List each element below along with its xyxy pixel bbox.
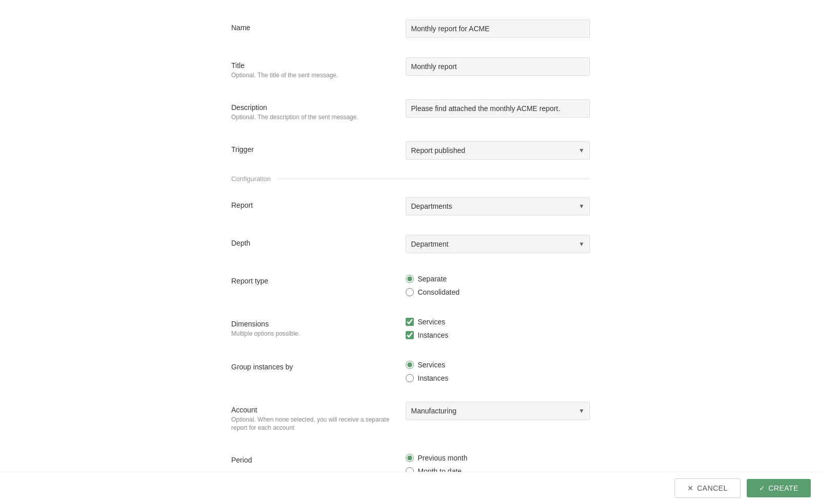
dimensions-services-label: Services [418,318,446,326]
dimensions-instances-item[interactable]: Instances [406,331,590,339]
x-icon: ✕ [687,484,694,492]
account-select-wrapper: Manufacturing Development Sales ▼ [406,402,590,420]
page-wrapper: Name Title Optional. The title of the se… [0,0,821,504]
create-label: CREATE [768,484,798,492]
report-type-input-col: Separate Consolidated [406,273,590,296]
account-label: Account [231,406,395,414]
report-type-consolidated-item[interactable]: Consolidated [406,288,590,296]
account-sublabel: Optional. When none selected, you will r… [231,415,395,433]
dimensions-services-checkbox[interactable] [406,318,414,326]
account-row: Account Optional. When none selected, yo… [231,398,590,437]
title-label: Title [231,61,395,70]
group-instances-option-label: Instances [418,374,449,382]
group-instances-label-col: Group instances by [231,359,406,371]
description-input-col [406,99,590,118]
report-type-separate-item[interactable]: Separate [406,275,590,283]
report-type-consolidated-label: Consolidated [418,288,460,296]
title-label-col: Title Optional. The title of the sent me… [231,57,406,80]
name-label: Name [231,24,395,32]
group-instances-input-col: Services Instances [406,359,590,382]
report-label: Report [231,201,395,209]
dimensions-label-col: Dimensions Multiple options possible. [231,316,406,338]
report-type-separate-radio[interactable] [406,275,414,283]
check-icon: ✓ [759,484,766,492]
name-label-col: Name [231,19,406,32]
description-input[interactable] [406,99,590,118]
account-select[interactable]: Manufacturing Development Sales [406,402,590,420]
description-label: Description [231,103,395,112]
depth-select-wrapper: Department Service Instance ▼ [406,235,590,253]
group-instances-row: Group instances by Services Instances [231,355,590,386]
title-input[interactable] [406,57,590,76]
period-label-col: Period [231,452,406,464]
depth-select[interactable]: Department Service Instance [406,235,590,253]
report-select-wrapper: Departments Services Instances ▼ [406,197,590,215]
trigger-input-col: Report published Scheduled ▼ [406,141,590,160]
period-previous-month-label: Previous month [418,454,468,462]
trigger-row: Trigger Report published Scheduled ▼ [231,137,590,164]
dimensions-checkbox-group: Services Instances [406,316,590,339]
period-label: Period [231,456,395,464]
depth-label-col: Depth [231,235,406,247]
depth-input-col: Department Service Instance ▼ [406,235,590,253]
dimensions-row: Dimensions Multiple options possible. Se… [231,312,590,343]
trigger-select[interactable]: Report published Scheduled [406,141,590,160]
footer-actions: ✕ CANCEL ✓ CREATE [0,472,821,504]
cancel-button[interactable]: ✕ CANCEL [675,478,740,498]
period-previous-month-radio[interactable] [406,454,414,462]
dimensions-instances-checkbox[interactable] [406,331,414,339]
report-select[interactable]: Departments Services Instances [406,197,590,215]
trigger-label: Trigger [231,145,395,154]
description-sublabel: Optional. The description of the sent me… [231,113,395,122]
group-services-item[interactable]: Services [406,361,590,369]
account-label-col: Account Optional. When none selected, yo… [231,402,406,433]
group-instances-radio[interactable] [406,374,414,382]
depth-row: Depth Department Service Instance ▼ [231,231,590,257]
configuration-divider: Configuration [231,175,590,183]
dimensions-sublabel: Multiple options possible. [231,330,395,338]
account-input-col: Manufacturing Development Sales ▼ [406,402,590,420]
depth-label: Depth [231,239,395,247]
dimensions-label: Dimensions [231,320,395,328]
name-row: Name [231,15,590,42]
report-input-col: Departments Services Instances ▼ [406,197,590,215]
title-row: Title Optional. The title of the sent me… [231,53,590,84]
title-sublabel: Optional. The title of the sent message. [231,71,395,80]
group-instances-label: Group instances by [231,363,395,371]
form-container: Name Title Optional. The title of the se… [231,10,590,496]
dimensions-input-col: Services Instances [406,316,590,339]
group-services-radio[interactable] [406,361,414,369]
report-label-col: Report [231,197,406,209]
group-instances-option-item[interactable]: Instances [406,374,590,382]
create-button[interactable]: ✓ CREATE [747,479,811,497]
name-input[interactable] [406,19,590,38]
dimensions-instances-label: Instances [418,331,449,339]
report-type-consolidated-radio[interactable] [406,288,414,296]
group-instances-radio-group: Services Instances [406,359,590,382]
report-type-label: Report type [231,277,395,285]
report-type-separate-label: Separate [418,275,447,283]
description-row: Description Optional. The description of… [231,95,590,126]
report-type-row: Report type Separate Consolidated [231,269,590,300]
configuration-label: Configuration [231,175,277,183]
report-type-radio-group: Separate Consolidated [406,273,590,296]
report-row: Report Departments Services Instances ▼ [231,193,590,220]
description-label-col: Description Optional. The description of… [231,99,406,122]
name-input-col [406,19,590,38]
trigger-select-wrapper: Report published Scheduled ▼ [406,141,590,160]
configuration-divider-line [277,179,590,179]
report-type-label-col: Report type [231,273,406,285]
group-services-label: Services [418,361,446,369]
cancel-label: CANCEL [697,484,728,492]
title-input-col [406,57,590,76]
dimensions-services-item[interactable]: Services [406,318,590,326]
trigger-label-col: Trigger [231,141,406,154]
period-previous-month-item[interactable]: Previous month [406,454,590,462]
